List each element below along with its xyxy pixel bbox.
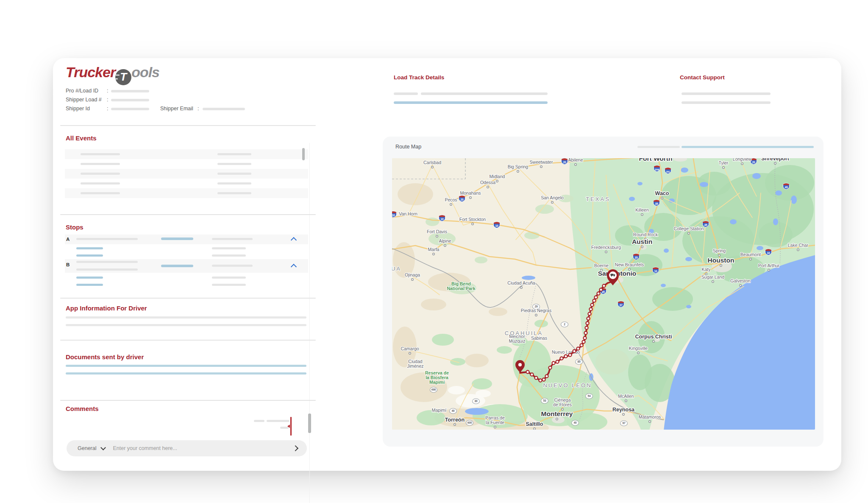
- map-label: Beaumont: [740, 252, 761, 257]
- field-label-shipper-id: Shipper Id: [66, 106, 90, 112]
- field-separator: :: [198, 106, 199, 112]
- highway-shield-icon: 54: [586, 394, 593, 399]
- skeleton-bar-eta: [161, 265, 193, 267]
- map-label: Pecos: [445, 197, 457, 202]
- section-divider: [60, 125, 316, 126]
- svg-text:35: 35: [655, 202, 658, 205]
- map-label: Houston: [708, 257, 734, 264]
- map-label: COAHUILA: [505, 330, 543, 336]
- map-label: Lake Char: [788, 243, 809, 248]
- svg-text:10: 10: [495, 224, 498, 227]
- map-label: Marfa: [428, 247, 440, 252]
- map-label: Boerne: [594, 263, 609, 268]
- map-label: Spring: [713, 248, 726, 253]
- highway-shield-icon: 2: [561, 322, 568, 327]
- highway-shield-icon: 85: [576, 359, 583, 364]
- section-divider: [60, 400, 316, 401]
- skeleton-bar: [682, 101, 771, 104]
- route-waypoint: [580, 344, 583, 347]
- route-waypoint: [542, 378, 545, 381]
- map-label: TEXAS: [586, 196, 610, 202]
- highway-shield-icon: 53: [541, 398, 548, 403]
- map-label: Ojinaga: [405, 272, 420, 277]
- skeleton-bar: [394, 101, 548, 104]
- skeleton-bar: [76, 238, 138, 240]
- map-label: Round Rock: [633, 232, 658, 237]
- send-comment-icon[interactable]: [292, 445, 298, 451]
- route-waypoint: [552, 361, 555, 364]
- interstate-shield-icon: 49: [783, 183, 790, 190]
- map-label: CiudadJiménez: [407, 359, 423, 369]
- event-row: [65, 188, 308, 198]
- svg-text:20: 20: [563, 161, 566, 164]
- map-label: Longview: [733, 158, 752, 162]
- skeleton-bar: [421, 92, 548, 95]
- svg-text:2: 2: [564, 323, 565, 326]
- route-map-card: Route Map 101010101020202035353535W35E37…: [383, 137, 823, 447]
- event-row: [65, 149, 308, 159]
- skeleton-bar: [212, 254, 246, 257]
- svg-text:35W: 35W: [655, 168, 659, 171]
- skeleton-bar: [76, 261, 138, 263]
- map-label: New Braunfels: [615, 262, 644, 267]
- comments-scrollbar[interactable]: [308, 414, 311, 433]
- svg-text:40: 40: [573, 421, 577, 424]
- map-label: Galveston: [730, 278, 750, 283]
- document-link-skeleton[interactable]: [66, 365, 306, 367]
- route-waypoint: [599, 288, 602, 291]
- chevron-down-icon[interactable]: [101, 445, 106, 450]
- svg-text:37: 37: [619, 304, 623, 307]
- skeleton-bar: [212, 238, 253, 240]
- event-row: [65, 179, 308, 188]
- map-label: Tyler: [719, 160, 729, 165]
- map-label: Sweetwater: [530, 159, 553, 165]
- interstate-shield-icon: 35: [633, 254, 640, 260]
- contact-support-heading[interactable]: Contact Support: [680, 74, 725, 81]
- route-waypoint: [526, 370, 529, 373]
- interstate-shield-icon: 10: [494, 222, 500, 228]
- map-label: Fort Stockton: [459, 217, 486, 222]
- field-label-pro-load-id: Pro #/Load ID: [66, 88, 98, 94]
- svg-text:49: 49: [785, 186, 788, 189]
- svg-text:97: 97: [622, 422, 626, 425]
- event-row: [65, 159, 308, 169]
- map-label: Sugar Land: [701, 274, 724, 279]
- svg-text:40: 40: [451, 409, 455, 412]
- interstate-shield-icon: 35W: [654, 165, 660, 172]
- route-waypoint: [584, 331, 587, 334]
- page: TruckerTools Pro #/Load ID : Shipper Loa…: [0, 0, 868, 503]
- comment-category-select[interactable]: General: [78, 445, 96, 451]
- map-label: Port Arthur: [758, 263, 780, 268]
- map-label: Van Horn: [399, 211, 417, 216]
- map-label: Fort Davis: [427, 229, 447, 234]
- route-map[interactable]: 101010101020202035353535W35E374549490304…: [392, 158, 815, 430]
- events-scrollbar[interactable]: [302, 148, 305, 160]
- svg-text:85: 85: [577, 360, 581, 363]
- field-label-shipper-load: Shipper Load #: [66, 97, 102, 103]
- skeleton-bar-eta: [161, 238, 193, 240]
- skeleton-bar: [76, 254, 103, 257]
- route-map-svg: 101010101020202035353535W35E374549490304…: [392, 158, 815, 430]
- route-waypoint: [556, 360, 559, 363]
- map-label: Kingsville: [629, 346, 648, 351]
- svg-text:10: 10: [440, 218, 444, 221]
- route-waypoint: [539, 379, 542, 382]
- skeleton-line: [66, 316, 306, 319]
- skeleton-bar: [76, 268, 138, 271]
- svg-text:400: 400: [467, 421, 472, 424]
- interstate-shield-icon: 35E: [665, 168, 671, 174]
- svg-text:20: 20: [752, 161, 755, 164]
- events-list[interactable]: [65, 149, 308, 198]
- skeleton-bar-pro-load-id: [111, 90, 149, 92]
- map-label: Shreveport: [761, 158, 790, 162]
- route-waypoint: [589, 307, 592, 310]
- route-waypoint: [573, 349, 576, 352]
- document-link-skeleton[interactable]: [66, 372, 306, 374]
- skeleton-line: [66, 324, 306, 326]
- map-label: Fredericksburg: [591, 245, 621, 250]
- skeleton-bar: [76, 277, 103, 279]
- map-label: Midland: [490, 174, 505, 179]
- comment-input[interactable]: [112, 445, 293, 452]
- stop-letter-a: A: [66, 237, 70, 242]
- route-waypoint: [564, 355, 567, 358]
